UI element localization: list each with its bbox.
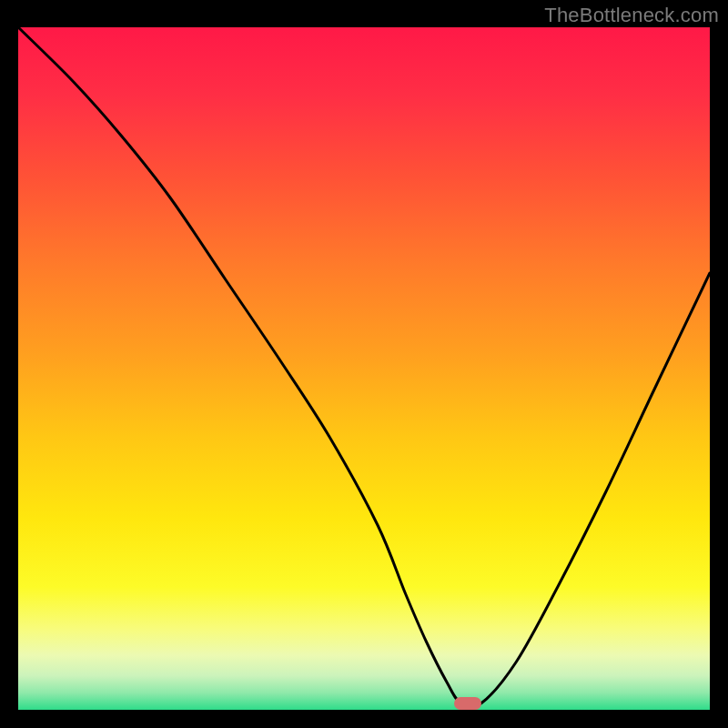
plot-area	[18, 27, 710, 710]
watermark-text: TheBottleneck.com	[544, 4, 719, 27]
bottleneck-curve	[18, 27, 710, 710]
optimal-marker	[454, 697, 481, 710]
chart-frame: TheBottleneck.com	[0, 0, 728, 728]
